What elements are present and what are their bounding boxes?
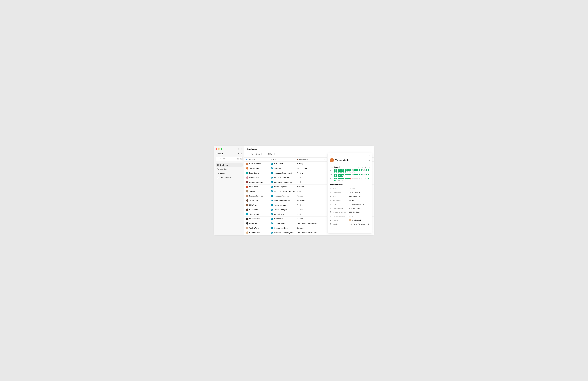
day-cell[interactable]: [368, 178, 369, 179]
day-cell[interactable]: [348, 174, 350, 175]
day-cell[interactable]: [345, 169, 346, 171]
day-cell[interactable]: [336, 175, 337, 177]
day-cell[interactable]: [348, 171, 350, 172]
nav-leave-requests[interactable]: Leave requests: [216, 176, 243, 180]
day-cell[interactable]: [350, 174, 351, 175]
day-cell[interactable]: [341, 178, 343, 179]
day-cell[interactable]: [364, 169, 365, 171]
day-cell[interactable]: [359, 174, 360, 175]
day-cell[interactable]: [352, 171, 353, 172]
next-icon[interactable]: →: [369, 166, 370, 168]
day-cell[interactable]: [334, 178, 336, 179]
day-cell[interactable]: [354, 178, 355, 179]
day-cell[interactable]: [348, 178, 350, 179]
search-field[interactable]: ⌘S: [216, 157, 243, 161]
day-cell[interactable]: [339, 175, 341, 177]
day-cell[interactable]: [339, 178, 341, 179]
day-cell[interactable]: [352, 178, 353, 179]
day-cell[interactable]: [341, 174, 343, 175]
day-cell[interactable]: [339, 171, 341, 172]
trash-icon[interactable]: [368, 159, 370, 161]
day-cell[interactable]: [343, 178, 344, 179]
close-icon[interactable]: [329, 154, 331, 156]
day-cell[interactable]: [350, 178, 351, 179]
day-cell[interactable]: [362, 178, 364, 179]
nav-timesheets[interactable]: Timesheets: [216, 167, 243, 171]
day-cell[interactable]: [360, 178, 362, 179]
day-cell[interactable]: [354, 171, 355, 172]
day-cell[interactable]: [339, 174, 341, 175]
day-cell[interactable]: [345, 171, 346, 172]
day-cell[interactable]: [360, 169, 362, 171]
day-cell[interactable]: [339, 180, 341, 181]
bell-icon[interactable]: [237, 153, 239, 155]
day-cell[interactable]: [341, 180, 343, 181]
day-cell[interactable]: [338, 180, 339, 181]
nav-payroll[interactable]: Payroll: [216, 171, 243, 175]
day-cell[interactable]: [343, 169, 344, 171]
day-cell[interactable]: [338, 178, 339, 179]
minimize-window-dot[interactable]: [218, 148, 220, 150]
day-cell[interactable]: [355, 178, 357, 179]
day-cell[interactable]: [350, 171, 351, 172]
day-cell[interactable]: [368, 169, 369, 171]
prev-icon[interactable]: ←: [358, 166, 360, 168]
day-cell[interactable]: [364, 174, 365, 175]
day-cell[interactable]: [362, 174, 364, 175]
day-cell[interactable]: [346, 169, 348, 171]
panel-icon[interactable]: [240, 153, 242, 155]
day-cell[interactable]: [359, 178, 360, 179]
close-window-dot[interactable]: [216, 148, 217, 150]
day-cell[interactable]: [354, 174, 355, 175]
day-cell[interactable]: [346, 171, 348, 172]
more-icon[interactable]: [368, 154, 371, 156]
day-cell[interactable]: [355, 174, 357, 175]
view-settings-button[interactable]: View settings: [247, 152, 262, 156]
info-icon[interactable]: i: [338, 166, 340, 168]
day-cell[interactable]: [334, 169, 336, 171]
day-cell[interactable]: [334, 175, 336, 177]
day-cell[interactable]: [334, 174, 336, 175]
day-cell[interactable]: [350, 169, 351, 171]
day-cell[interactable]: [343, 180, 344, 181]
day-cell[interactable]: [343, 171, 344, 172]
day-cell[interactable]: [366, 169, 367, 171]
col-role[interactable]: ▭Role: [269, 158, 295, 161]
table-row[interactable]: Leslie Alexander IDMarketing Technologis…: [244, 235, 374, 235]
day-cell[interactable]: [354, 169, 355, 171]
forward-icon[interactable]: [241, 148, 242, 150]
day-cell[interactable]: [338, 175, 339, 177]
day-cell[interactable]: [360, 174, 362, 175]
day-cell[interactable]: [346, 178, 348, 179]
day-cell[interactable]: [343, 175, 344, 177]
day-cell[interactable]: [338, 171, 339, 172]
day-cell[interactable]: [334, 171, 336, 172]
day-cell[interactable]: [359, 169, 360, 171]
day-cell[interactable]: [339, 169, 341, 171]
day-cell[interactable]: [364, 178, 365, 179]
day-cell[interactable]: [355, 169, 357, 171]
day-cell[interactable]: [341, 171, 343, 172]
day-cell[interactable]: [336, 171, 337, 172]
day-cell[interactable]: [343, 174, 344, 175]
day-cell[interactable]: [357, 178, 358, 179]
day-cell[interactable]: [352, 169, 353, 171]
day-cell[interactable]: [366, 174, 367, 175]
day-cell[interactable]: [341, 175, 343, 177]
day-cell[interactable]: [336, 178, 337, 179]
day-cell[interactable]: [366, 178, 367, 179]
back-icon[interactable]: [238, 148, 239, 150]
day-cell[interactable]: [338, 169, 339, 171]
day-cell[interactable]: [345, 174, 346, 175]
maximize-window-dot[interactable]: [221, 148, 222, 150]
day-cell[interactable]: [368, 174, 369, 175]
add-filter-button[interactable]: Add filter: [263, 152, 274, 156]
day-cell[interactable]: [346, 174, 348, 175]
day-cell[interactable]: [362, 169, 364, 171]
nav-employees[interactable]: Employees: [216, 163, 243, 167]
day-cell[interactable]: [345, 178, 346, 179]
day-cell[interactable]: [341, 169, 343, 171]
day-cell[interactable]: [336, 174, 337, 175]
day-cell[interactable]: [357, 174, 358, 175]
day-cell[interactable]: [352, 174, 353, 175]
